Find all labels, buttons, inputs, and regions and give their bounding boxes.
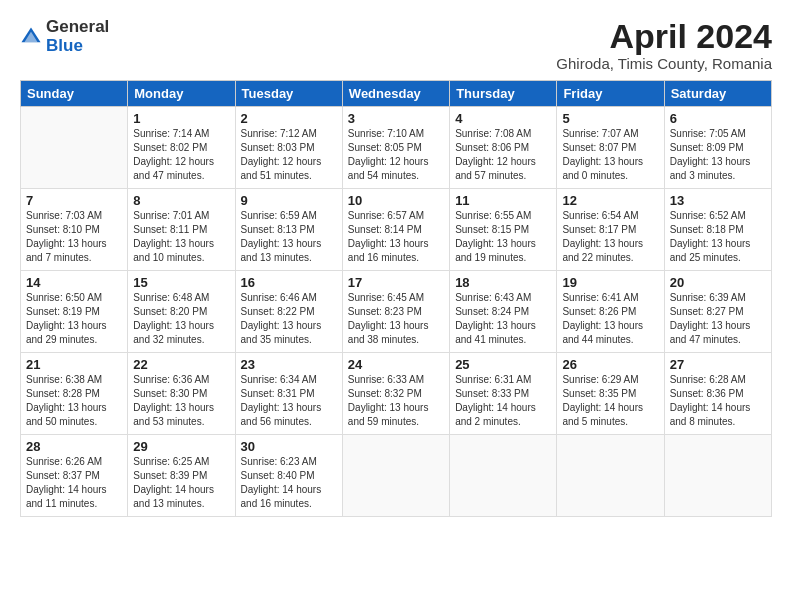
day-info: Sunrise: 6:34 AM Sunset: 8:31 PM Dayligh…	[241, 373, 337, 429]
calendar-cell: 12Sunrise: 6:54 AM Sunset: 8:17 PM Dayli…	[557, 189, 664, 271]
day-info: Sunrise: 6:25 AM Sunset: 8:39 PM Dayligh…	[133, 455, 229, 511]
calendar-cell: 27Sunrise: 6:28 AM Sunset: 8:36 PM Dayli…	[664, 353, 771, 435]
day-number: 28	[26, 439, 122, 454]
main-title: April 2024	[556, 18, 772, 55]
calendar-week-row-0: 1Sunrise: 7:14 AM Sunset: 8:02 PM Daylig…	[21, 107, 772, 189]
day-number: 1	[133, 111, 229, 126]
day-number: 7	[26, 193, 122, 208]
day-info: Sunrise: 7:03 AM Sunset: 8:10 PM Dayligh…	[26, 209, 122, 265]
day-info: Sunrise: 6:43 AM Sunset: 8:24 PM Dayligh…	[455, 291, 551, 347]
day-number: 18	[455, 275, 551, 290]
calendar-week-row-2: 14Sunrise: 6:50 AM Sunset: 8:19 PM Dayli…	[21, 271, 772, 353]
day-info: Sunrise: 6:54 AM Sunset: 8:17 PM Dayligh…	[562, 209, 658, 265]
calendar-cell: 14Sunrise: 6:50 AM Sunset: 8:19 PM Dayli…	[21, 271, 128, 353]
day-number: 6	[670, 111, 766, 126]
calendar-cell: 9Sunrise: 6:59 AM Sunset: 8:13 PM Daylig…	[235, 189, 342, 271]
calendar-cell: 8Sunrise: 7:01 AM Sunset: 8:11 PM Daylig…	[128, 189, 235, 271]
day-number: 17	[348, 275, 444, 290]
calendar-cell: 25Sunrise: 6:31 AM Sunset: 8:33 PM Dayli…	[450, 353, 557, 435]
col-thursday: Thursday	[450, 81, 557, 107]
day-number: 24	[348, 357, 444, 372]
day-number: 3	[348, 111, 444, 126]
calendar-cell: 26Sunrise: 6:29 AM Sunset: 8:35 PM Dayli…	[557, 353, 664, 435]
day-info: Sunrise: 6:50 AM Sunset: 8:19 PM Dayligh…	[26, 291, 122, 347]
day-number: 30	[241, 439, 337, 454]
calendar-cell	[450, 435, 557, 517]
calendar-week-row-4: 28Sunrise: 6:26 AM Sunset: 8:37 PM Dayli…	[21, 435, 772, 517]
day-info: Sunrise: 7:01 AM Sunset: 8:11 PM Dayligh…	[133, 209, 229, 265]
calendar-header-row: Sunday Monday Tuesday Wednesday Thursday…	[21, 81, 772, 107]
day-number: 10	[348, 193, 444, 208]
col-tuesday: Tuesday	[235, 81, 342, 107]
subtitle: Ghiroda, Timis County, Romania	[556, 55, 772, 72]
day-number: 13	[670, 193, 766, 208]
day-info: Sunrise: 6:59 AM Sunset: 8:13 PM Dayligh…	[241, 209, 337, 265]
day-number: 15	[133, 275, 229, 290]
day-info: Sunrise: 6:33 AM Sunset: 8:32 PM Dayligh…	[348, 373, 444, 429]
day-number: 25	[455, 357, 551, 372]
calendar-cell: 15Sunrise: 6:48 AM Sunset: 8:20 PM Dayli…	[128, 271, 235, 353]
day-info: Sunrise: 6:31 AM Sunset: 8:33 PM Dayligh…	[455, 373, 551, 429]
calendar-cell: 6Sunrise: 7:05 AM Sunset: 8:09 PM Daylig…	[664, 107, 771, 189]
calendar-cell: 30Sunrise: 6:23 AM Sunset: 8:40 PM Dayli…	[235, 435, 342, 517]
day-number: 5	[562, 111, 658, 126]
day-info: Sunrise: 6:57 AM Sunset: 8:14 PM Dayligh…	[348, 209, 444, 265]
calendar-cell	[557, 435, 664, 517]
col-monday: Monday	[128, 81, 235, 107]
calendar-cell: 2Sunrise: 7:12 AM Sunset: 8:03 PM Daylig…	[235, 107, 342, 189]
day-info: Sunrise: 7:10 AM Sunset: 8:05 PM Dayligh…	[348, 127, 444, 183]
calendar-table: Sunday Monday Tuesday Wednesday Thursday…	[20, 80, 772, 517]
day-info: Sunrise: 6:48 AM Sunset: 8:20 PM Dayligh…	[133, 291, 229, 347]
day-number: 22	[133, 357, 229, 372]
calendar-cell: 28Sunrise: 6:26 AM Sunset: 8:37 PM Dayli…	[21, 435, 128, 517]
day-number: 29	[133, 439, 229, 454]
calendar-cell: 18Sunrise: 6:43 AM Sunset: 8:24 PM Dayli…	[450, 271, 557, 353]
day-number: 11	[455, 193, 551, 208]
day-number: 20	[670, 275, 766, 290]
day-info: Sunrise: 6:52 AM Sunset: 8:18 PM Dayligh…	[670, 209, 766, 265]
day-number: 21	[26, 357, 122, 372]
title-block: April 2024 Ghiroda, Timis County, Romani…	[556, 18, 772, 72]
day-number: 9	[241, 193, 337, 208]
calendar-cell: 22Sunrise: 6:36 AM Sunset: 8:30 PM Dayli…	[128, 353, 235, 435]
logo-blue: Blue	[46, 37, 109, 56]
day-info: Sunrise: 6:29 AM Sunset: 8:35 PM Dayligh…	[562, 373, 658, 429]
col-friday: Friday	[557, 81, 664, 107]
logo-general: General	[46, 18, 109, 37]
calendar-cell	[342, 435, 449, 517]
day-info: Sunrise: 6:26 AM Sunset: 8:37 PM Dayligh…	[26, 455, 122, 511]
calendar-cell: 4Sunrise: 7:08 AM Sunset: 8:06 PM Daylig…	[450, 107, 557, 189]
calendar-cell: 21Sunrise: 6:38 AM Sunset: 8:28 PM Dayli…	[21, 353, 128, 435]
calendar-cell: 11Sunrise: 6:55 AM Sunset: 8:15 PM Dayli…	[450, 189, 557, 271]
day-number: 26	[562, 357, 658, 372]
day-number: 8	[133, 193, 229, 208]
day-number: 14	[26, 275, 122, 290]
day-number: 4	[455, 111, 551, 126]
logo-icon	[20, 26, 42, 48]
page: General Blue April 2024 Ghiroda, Timis C…	[0, 0, 792, 612]
header: General Blue April 2024 Ghiroda, Timis C…	[20, 18, 772, 72]
day-number: 2	[241, 111, 337, 126]
calendar-week-row-3: 21Sunrise: 6:38 AM Sunset: 8:28 PM Dayli…	[21, 353, 772, 435]
day-info: Sunrise: 7:12 AM Sunset: 8:03 PM Dayligh…	[241, 127, 337, 183]
day-number: 12	[562, 193, 658, 208]
calendar-cell	[21, 107, 128, 189]
calendar-cell: 10Sunrise: 6:57 AM Sunset: 8:14 PM Dayli…	[342, 189, 449, 271]
calendar-cell: 17Sunrise: 6:45 AM Sunset: 8:23 PM Dayli…	[342, 271, 449, 353]
col-saturday: Saturday	[664, 81, 771, 107]
day-number: 16	[241, 275, 337, 290]
calendar-cell: 20Sunrise: 6:39 AM Sunset: 8:27 PM Dayli…	[664, 271, 771, 353]
calendar-cell: 16Sunrise: 6:46 AM Sunset: 8:22 PM Dayli…	[235, 271, 342, 353]
day-info: Sunrise: 6:28 AM Sunset: 8:36 PM Dayligh…	[670, 373, 766, 429]
day-info: Sunrise: 6:41 AM Sunset: 8:26 PM Dayligh…	[562, 291, 658, 347]
col-wednesday: Wednesday	[342, 81, 449, 107]
logo: General Blue	[20, 18, 109, 55]
day-info: Sunrise: 6:38 AM Sunset: 8:28 PM Dayligh…	[26, 373, 122, 429]
day-info: Sunrise: 7:14 AM Sunset: 8:02 PM Dayligh…	[133, 127, 229, 183]
day-info: Sunrise: 6:46 AM Sunset: 8:22 PM Dayligh…	[241, 291, 337, 347]
calendar-cell: 5Sunrise: 7:07 AM Sunset: 8:07 PM Daylig…	[557, 107, 664, 189]
day-info: Sunrise: 6:39 AM Sunset: 8:27 PM Dayligh…	[670, 291, 766, 347]
logo-text: General Blue	[46, 18, 109, 55]
day-number: 19	[562, 275, 658, 290]
day-info: Sunrise: 6:55 AM Sunset: 8:15 PM Dayligh…	[455, 209, 551, 265]
